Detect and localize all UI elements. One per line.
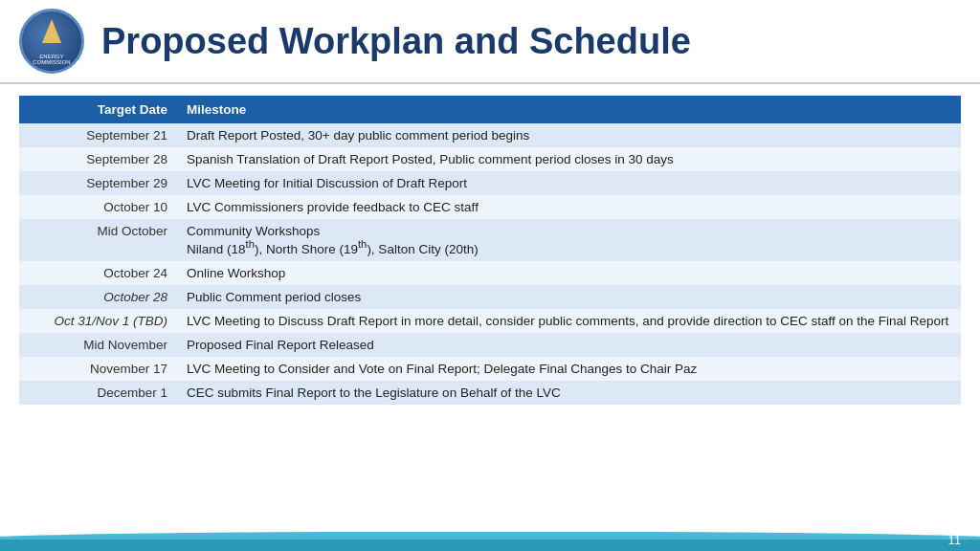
page-number: 11 <box>948 534 961 547</box>
main-content: Target Date Milestone September 21Draft … <box>0 84 980 551</box>
wave2 <box>0 540 980 551</box>
date-cell: September 21 <box>19 123 177 147</box>
date-cell: October 10 <box>19 195 177 219</box>
date-cell: October 24 <box>19 261 177 285</box>
col-header-date: Target Date <box>19 96 177 123</box>
milestone-cell: Public Comment period closes <box>177 285 961 309</box>
date-cell: Mid October <box>19 219 177 261</box>
table-row: December 1CEC submits Final Report to th… <box>19 381 961 405</box>
table-row: September 28Spanish Translation of Draft… <box>19 147 961 171</box>
milestone-cell: Community WorkshopsNiland (18th), North … <box>177 219 961 261</box>
table-row: October 28Public Comment period closes <box>19 285 961 309</box>
table-header-row: Target Date Milestone <box>19 96 961 123</box>
table-row: Oct 31/Nov 1 (TBD)LVC Meeting to Discuss… <box>19 309 961 333</box>
milestone-cell: Spanish Translation of Draft Report Post… <box>177 147 961 171</box>
milestone-cell: Online Workshop <box>177 261 961 285</box>
table-row: Mid NovemberProposed Final Report Releas… <box>19 333 961 357</box>
date-cell: Mid November <box>19 333 177 357</box>
table-row: September 21Draft Report Posted, 30+ day… <box>19 123 961 147</box>
table-row: October 24Online Workshop <box>19 261 961 285</box>
table-row: November 17LVC Meeting to Consider and V… <box>19 357 961 381</box>
milestone-cell: LVC Meeting to Discuss Draft Report in m… <box>177 309 961 333</box>
milestone-cell: CEC submits Final Report to the Legislat… <box>177 381 961 405</box>
table-row: Mid OctoberCommunity WorkshopsNiland (18… <box>19 219 961 261</box>
schedule-table: Target Date Milestone September 21Draft … <box>19 96 961 405</box>
date-cell: October 28 <box>19 285 177 309</box>
date-cell: December 1 <box>19 381 177 405</box>
table-row: September 29LVC Meeting for Initial Disc… <box>19 171 961 195</box>
logo-text: ENERGYCOMMISSION <box>33 54 70 65</box>
milestone-cell: Draft Report Posted, 30+ day public comm… <box>177 123 961 147</box>
date-cell: September 29 <box>19 171 177 195</box>
date-cell: Oct 31/Nov 1 (TBD) <box>19 309 177 333</box>
milestone-cell: LVC Commissioners provide feedback to CE… <box>177 195 961 219</box>
milestone-cell: LVC Meeting for Initial Discussion of Dr… <box>177 171 961 195</box>
page-title: Proposed Workplan and Schedule <box>101 21 691 62</box>
page-header: ENERGYCOMMISSION Proposed Workplan and S… <box>0 0 980 84</box>
milestone-cell: LVC Meeting to Consider and Vote on Fina… <box>177 357 961 381</box>
date-cell: November 17 <box>19 357 177 381</box>
footer-decoration <box>0 522 980 551</box>
date-cell: September 28 <box>19 147 177 171</box>
table-row: October 10LVC Commissioners provide feed… <box>19 195 961 219</box>
milestone-cell: Proposed Final Report Released <box>177 333 961 357</box>
logo: ENERGYCOMMISSION <box>19 9 84 74</box>
col-header-milestone: Milestone <box>177 96 961 123</box>
